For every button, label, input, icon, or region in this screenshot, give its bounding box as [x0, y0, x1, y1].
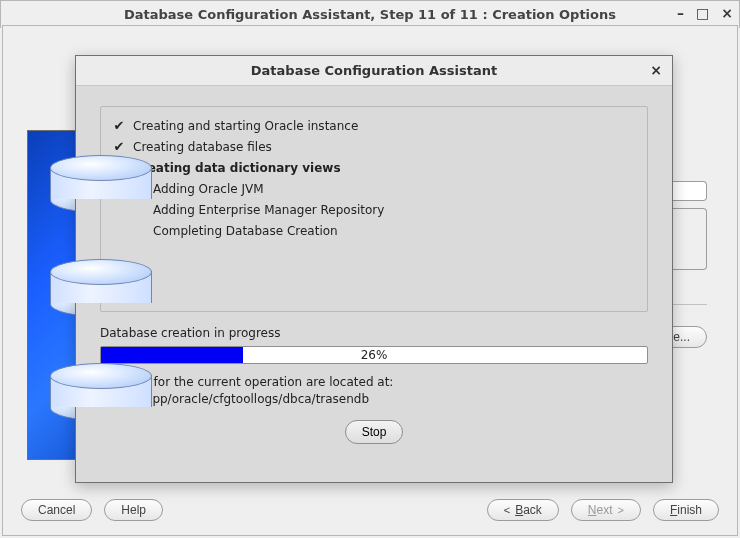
- window-title: Database Configuration Assistant, Step 1…: [1, 7, 739, 22]
- progress-bar: 26%: [100, 346, 648, 364]
- step-item: • Adding Enterprise Manager Repository: [113, 199, 635, 220]
- dialog-titlebar: Database Configuration Assistant ×: [76, 56, 672, 86]
- window-titlebar: Database Configuration Assistant, Step 1…: [0, 0, 740, 28]
- step-item: • Completing Database Creation: [113, 220, 635, 241]
- finish-button[interactable]: Finish: [653, 499, 719, 521]
- check-icon: ✔: [113, 139, 125, 154]
- next-button: Next >: [571, 499, 641, 521]
- chevron-left-icon: <: [504, 504, 510, 516]
- log-path: /oracle/app/oracle/cfgtoollogs/dbca/tras…: [100, 391, 648, 408]
- step-label: Creating and starting Oracle instance: [133, 119, 358, 133]
- cancel-button[interactable]: Cancel: [21, 499, 92, 521]
- step-item: • Adding Oracle JVM: [113, 178, 635, 199]
- step-label: Completing Database Creation: [153, 224, 338, 238]
- log-intro: Log files for the current operation are …: [100, 374, 648, 391]
- step-item: ✔ Creating and starting Oracle instance: [113, 115, 635, 136]
- step-label: Creating database files: [133, 140, 272, 154]
- dialog-close-icon[interactable]: ×: [650, 62, 662, 78]
- back-button[interactable]: < Back: [487, 499, 559, 521]
- wizard-footer: Cancel Help < Back Next > Finish: [3, 495, 737, 525]
- check-icon: ✔: [113, 118, 125, 133]
- help-button[interactable]: Help: [104, 499, 163, 521]
- status-text: Database creation in progress: [100, 326, 648, 340]
- stop-button[interactable]: Stop: [345, 420, 404, 444]
- step-label: Creating data dictionary views: [133, 161, 341, 175]
- minimize-icon[interactable]: –: [677, 5, 684, 21]
- step-label: Adding Oracle JVM: [153, 182, 264, 196]
- chevron-right-icon: >: [618, 504, 624, 516]
- progress-dialog: Database Configuration Assistant × ✔ Cre…: [75, 55, 673, 483]
- close-icon[interactable]: ×: [721, 5, 733, 21]
- progress-percent: 26%: [101, 348, 647, 362]
- dialog-title: Database Configuration Assistant: [76, 63, 672, 78]
- step-label: Adding Enterprise Manager Repository: [153, 203, 384, 217]
- step-list: ✔ Creating and starting Oracle instance …: [100, 106, 648, 312]
- step-item: ✓ Creating data dictionary views: [113, 157, 635, 178]
- log-location: Log files for the current operation are …: [100, 374, 648, 408]
- step-item: ✔ Creating database files: [113, 136, 635, 157]
- maximize-icon[interactable]: □: [696, 5, 709, 21]
